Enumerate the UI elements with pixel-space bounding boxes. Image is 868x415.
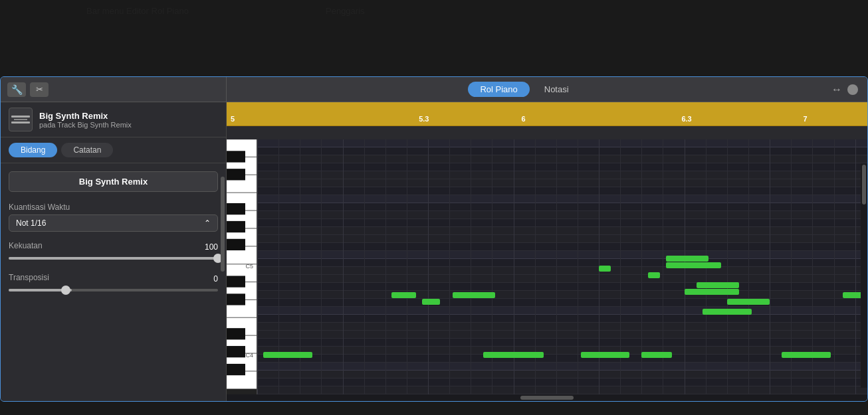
track-icon-line3 bbox=[11, 122, 30, 124]
grid-row bbox=[257, 259, 867, 267]
grid-col bbox=[855, 139, 856, 394]
strength-label: Kekuatan bbox=[9, 241, 43, 250]
strength-slider-track[interactable] bbox=[9, 257, 218, 260]
note-block[interactable] bbox=[422, 299, 441, 305]
ruler: 5 5.3 6 6.3 7 Big Synth Remix bbox=[227, 102, 867, 126]
transpose-slider-thumb[interactable] bbox=[61, 286, 70, 295]
segment-tabs: Bidang Catatan bbox=[1, 137, 226, 163]
note-block[interactable] bbox=[641, 352, 672, 358]
top-bar-left: 🔧 ✂ bbox=[1, 77, 227, 102]
grid-col bbox=[449, 139, 450, 394]
grid-col bbox=[343, 139, 344, 394]
track-icon-line1 bbox=[11, 116, 30, 118]
ruler-mark-5: 5 bbox=[231, 115, 235, 123]
grid-row bbox=[257, 243, 867, 251]
grid-row bbox=[257, 283, 867, 291]
note-block[interactable] bbox=[453, 292, 495, 298]
note-block[interactable] bbox=[648, 272, 660, 278]
strength-value: 100 bbox=[205, 242, 218, 252]
note-block[interactable] bbox=[703, 309, 751, 315]
tune-icon-button[interactable]: 🔧 bbox=[7, 82, 26, 97]
grid-row bbox=[257, 339, 867, 347]
ruler-mark-7: 7 bbox=[804, 115, 808, 123]
h-scrollbar[interactable] bbox=[227, 394, 867, 401]
grid-col bbox=[257, 139, 258, 394]
grid-row bbox=[257, 171, 867, 179]
svg-rect-23 bbox=[227, 364, 245, 375]
grid-row bbox=[257, 195, 867, 203]
grid-col bbox=[428, 139, 429, 394]
tune-icon: 🔧 bbox=[11, 84, 23, 95]
note-block[interactable] bbox=[263, 352, 312, 358]
note-block[interactable] bbox=[599, 266, 611, 272]
grid-row bbox=[257, 315, 867, 323]
ruler-mark-6-3: 6.3 bbox=[681, 115, 691, 123]
tab-piano-roll[interactable]: Rol Piano bbox=[468, 82, 529, 97]
ruler-inner: 5 5.3 6 6.3 7 bbox=[227, 102, 867, 125]
quantize-dropdown[interactable]: Not 1/16 ⌃ bbox=[9, 214, 218, 232]
annotation-penggaris: Penggaris bbox=[326, 5, 365, 17]
piano-keys-svg: C5 C4 bbox=[227, 139, 257, 394]
piano-roll-area: 5 5.3 6 6.3 7 Big Synth Remix bbox=[227, 102, 867, 401]
note-block[interactable] bbox=[697, 282, 739, 288]
transpose-slider-track[interactable] bbox=[9, 289, 218, 291]
grid-row bbox=[257, 203, 867, 211]
track-info: Big Synth Remix pada Track Big Synth Rem… bbox=[1, 102, 226, 137]
svg-rect-19 bbox=[227, 276, 245, 287]
ruler-mark-5-3: 5.3 bbox=[419, 115, 429, 123]
tab-notation[interactable]: Notasi bbox=[532, 82, 581, 97]
v-scrollbar[interactable] bbox=[861, 163, 867, 388]
tab-bidang[interactable]: Bidang bbox=[9, 143, 57, 157]
grid-row bbox=[257, 347, 867, 355]
track-icon-line2 bbox=[14, 119, 27, 120]
grid-row bbox=[257, 179, 867, 187]
grid-row bbox=[257, 139, 867, 147]
grid-col bbox=[834, 139, 835, 394]
svg-text:C4: C4 bbox=[246, 352, 254, 359]
svg-rect-15 bbox=[227, 169, 245, 180]
chevron-icon: ⌃ bbox=[204, 218, 211, 228]
transpose-label: Transposisi bbox=[9, 273, 49, 282]
grid-row bbox=[257, 187, 867, 195]
note-block[interactable] bbox=[483, 352, 544, 358]
note-block[interactable] bbox=[727, 299, 770, 305]
grid-row bbox=[257, 219, 867, 227]
app-window: 🔧 ✂ Rol Piano Notasi ↔ bbox=[0, 76, 868, 402]
svg-rect-17 bbox=[227, 221, 245, 232]
top-bar: 🔧 ✂ Rol Piano Notasi ↔ bbox=[1, 77, 867, 102]
grid-row bbox=[257, 386, 867, 394]
svg-rect-22 bbox=[227, 346, 245, 357]
scissors-icon-button[interactable]: ✂ bbox=[30, 82, 49, 97]
transpose-section: Transposisi 0 bbox=[9, 273, 218, 291]
grid-row bbox=[257, 211, 867, 219]
note-block[interactable] bbox=[782, 352, 830, 358]
tab-catatan[interactable]: Catatan bbox=[61, 143, 113, 157]
v-scrollbar-thumb[interactable] bbox=[862, 165, 866, 205]
top-bar-center: Rol Piano Notasi bbox=[227, 82, 822, 97]
region-name-button[interactable]: Big Synth Remix bbox=[9, 171, 218, 192]
expand-icon[interactable]: ↔ bbox=[831, 84, 842, 96]
track-title: Big Synth Remix bbox=[39, 111, 132, 121]
h-scrollbar-thumb[interactable] bbox=[520, 396, 574, 400]
note-block[interactable] bbox=[666, 262, 721, 268]
svg-rect-14 bbox=[227, 151, 245, 162]
grid-col bbox=[770, 139, 770, 394]
inspector-panel: Big Synth Remix pada Track Big Synth Rem… bbox=[1, 102, 227, 401]
note-block[interactable] bbox=[666, 256, 708, 262]
note-grid bbox=[257, 139, 867, 394]
grid-row bbox=[257, 227, 867, 235]
scissors-icon: ✂ bbox=[36, 84, 43, 94]
grid-col bbox=[471, 139, 471, 394]
piano-grid-wrapper: C5 C4 bbox=[227, 139, 867, 394]
grid-row bbox=[257, 363, 867, 371]
knob[interactable] bbox=[847, 84, 858, 95]
note-block[interactable] bbox=[391, 292, 416, 298]
strength-row: Kekuatan 100 bbox=[9, 241, 218, 253]
note-block[interactable] bbox=[581, 352, 629, 358]
annotation-bar-menu: Bar menu Editor Rol Piano bbox=[86, 5, 189, 17]
grid-col bbox=[748, 139, 749, 394]
penggaris-label: Penggaris bbox=[326, 6, 365, 16]
note-block[interactable] bbox=[685, 289, 740, 295]
grid-col bbox=[727, 139, 728, 394]
scroll-indicator[interactable] bbox=[221, 177, 225, 272]
